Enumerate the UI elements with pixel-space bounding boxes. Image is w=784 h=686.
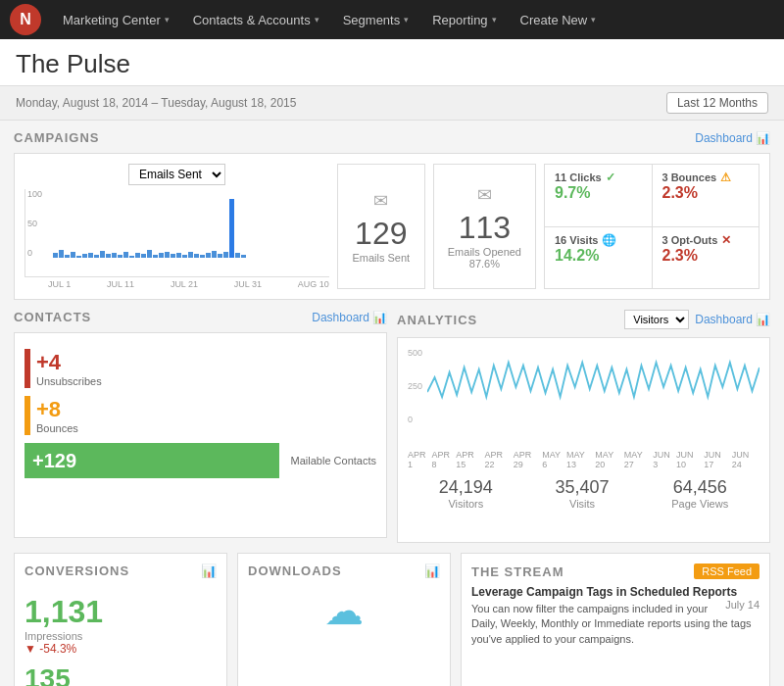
campaigns-dashboard-link[interactable]: Dashboard 📊 (695, 131, 770, 145)
bar (165, 252, 170, 258)
analytics-controls: Visitors Dashboard 📊 (624, 310, 770, 329)
envelope-icon: ✉ (373, 190, 388, 212)
nav-contacts-accounts[interactable]: Contacts & Accounts ▾ (183, 0, 329, 39)
nav-create-new[interactable]: Create New ▾ (511, 0, 607, 39)
logo[interactable]: N (10, 4, 41, 35)
bar-chart-icon: 📊 (756, 131, 770, 145)
bar (129, 256, 134, 258)
bounces-row: +8 Bounces (24, 396, 376, 435)
bar (171, 254, 175, 258)
analytics-col: ANALYTICS Visitors Dashboard 📊 500 (397, 310, 770, 543)
analytics-dropdown[interactable]: Visitors (624, 310, 689, 329)
page-title: The Pulse (16, 49, 768, 79)
bar (112, 253, 117, 258)
chart-select-wrapper[interactable]: Emails Sent (24, 164, 329, 185)
emails-opened-box: ✉ 113 Emails Opened 87.6% (433, 164, 536, 289)
orange-bar (24, 396, 30, 435)
nav-reporting[interactable]: Reporting ▾ (422, 0, 506, 39)
analytics-card: 500 250 0 APR 1 APR 8 APR 15 APR 22 APR (397, 337, 770, 543)
stream-title: THE STREAM (471, 564, 564, 579)
rss-feed-button[interactable]: RSS Feed (694, 564, 760, 579)
bar (106, 254, 111, 258)
nav-marketing-center[interactable]: Marketing Center ▾ (53, 0, 179, 39)
analytics-chart-icon: 📊 (756, 313, 770, 326)
red-bar (24, 349, 30, 388)
contacts-dashboard-link[interactable]: Dashboard 📊 (312, 311, 387, 324)
unsubscribes-value: +4 (36, 350, 102, 375)
date-range: Monday, August 18, 2014 – Tuesday, Augus… (16, 96, 296, 110)
contacts-card: +4 Unsubscribes +8 Bounces (14, 332, 387, 538)
bar (206, 253, 211, 258)
conversions-change: ▼ -54.3% (24, 642, 217, 656)
unsubscribes-row: +4 Unsubscribes (24, 349, 376, 388)
nav-arrow-reporting: ▾ (492, 15, 497, 24)
bar-chart: 100 50 0 (24, 189, 329, 277)
bar-highlight (229, 199, 234, 258)
analytics-title: ANALYTICS (397, 313, 477, 327)
stream-header: THE STREAM RSS Feed (471, 564, 760, 579)
unsubscribes-info: +4 Unsubscribes (36, 350, 102, 387)
bar (153, 255, 158, 258)
bar (65, 255, 70, 258)
emails-chart-area: Emails Sent 100 50 0 (24, 164, 329, 289)
bar (200, 255, 205, 258)
downloads-title: DOWNLOADS (248, 564, 342, 578)
campaigns-inner: Emails Sent 100 50 0 (24, 164, 760, 289)
main-content: CAMPAIGNS Dashboard 📊 Emails Sent (0, 121, 784, 686)
stat-optouts: 3 Opt-Outs ✕ 2.3% (653, 227, 760, 289)
emails-opened-pct: 87.6% (469, 258, 500, 270)
chart-metric-select[interactable]: Emails Sent (128, 164, 225, 185)
downloads-chart-icon: 📊 (424, 564, 440, 578)
bar (135, 253, 140, 258)
stat-visits-label: 16 Visits 🌐 (555, 233, 642, 247)
stat-visits: 16 Visits 🌐 14.2% (545, 227, 652, 289)
conversions-title: CONVERSIONS (24, 564, 129, 578)
opened-envelope-icon: ✉ (477, 184, 492, 206)
downloads-section: DOWNLOADS 📊 ☁ (237, 553, 451, 686)
bar (188, 252, 193, 258)
campaigns-title: CAMPAIGNS (14, 130, 99, 145)
bounces-label: Bounces (36, 422, 78, 434)
visitors-label: Visitors (439, 498, 493, 510)
visits-value: 35,407 (556, 477, 610, 498)
nav-segments[interactable]: Segments ▾ (333, 0, 419, 39)
stat-clicks-pct: 9.7% (555, 184, 642, 202)
bar (223, 252, 228, 258)
bar (182, 255, 187, 258)
nav-arrow-create: ▾ (591, 15, 596, 24)
mailable-value: +129 (32, 450, 76, 472)
bounces-info: +8 Bounces (36, 397, 78, 434)
contacts-header: CONTACTS Dashboard 📊 (14, 310, 387, 324)
bar (218, 254, 222, 258)
contacts-inner: +4 Unsubscribes +8 Bounces (24, 343, 376, 492)
stat-optouts-pct: 2.3% (662, 247, 750, 265)
analytics-stat-pageviews: 64,456 Page Views (671, 477, 728, 510)
nav-arrow-segments: ▾ (404, 15, 409, 24)
stat-bounces-pct: 2.3% (662, 184, 750, 202)
analytics-stat-visitors: 24,194 Visitors (439, 477, 493, 510)
conversions-second-value: 135 (24, 663, 217, 686)
campaigns-section: CAMPAIGNS Dashboard 📊 Emails Sent (14, 130, 770, 300)
bar (123, 252, 128, 258)
nav-arrow-marketing: ▾ (165, 15, 170, 24)
analytics-stat-visits: 35,407 Visits (556, 477, 610, 510)
downloads-cloud-icon: ☁ (248, 588, 440, 633)
unsubscribes-label: Unsubscribes (36, 375, 102, 387)
campaign-stats-grid: 11 Clicks ✓ 9.7% 3 Bounces ⚠ 2.3% (544, 164, 760, 289)
emails-sent-box: ✉ 129 Emails Sent (337, 164, 425, 289)
pageviews-label: Page Views (671, 498, 728, 510)
contacts-col: CONTACTS Dashboard 📊 +4 Unsubscribes (14, 310, 387, 543)
date-range-button[interactable]: Last 12 Months (666, 92, 768, 114)
bar (118, 255, 122, 258)
mailable-label: Mailable Contacts (291, 455, 376, 466)
conversions-value: 1,131 (24, 594, 217, 630)
analytics-header: ANALYTICS Visitors Dashboard 📊 (397, 310, 770, 329)
stream-item-header: Leverage Campaign Tags in Scheduled Repo… (471, 585, 760, 599)
conversions-header: CONVERSIONS 📊 (24, 564, 217, 578)
bar (71, 252, 75, 258)
mailable-row: +129 Mailable Contacts (24, 443, 376, 478)
bar (212, 251, 217, 258)
stream-item: Leverage Campaign Tags in Scheduled Repo… (471, 585, 760, 647)
stat-bounces-label: 3 Bounces ⚠ (662, 171, 750, 184)
analytics-dashboard-link[interactable]: Dashboard 📊 (695, 313, 770, 326)
